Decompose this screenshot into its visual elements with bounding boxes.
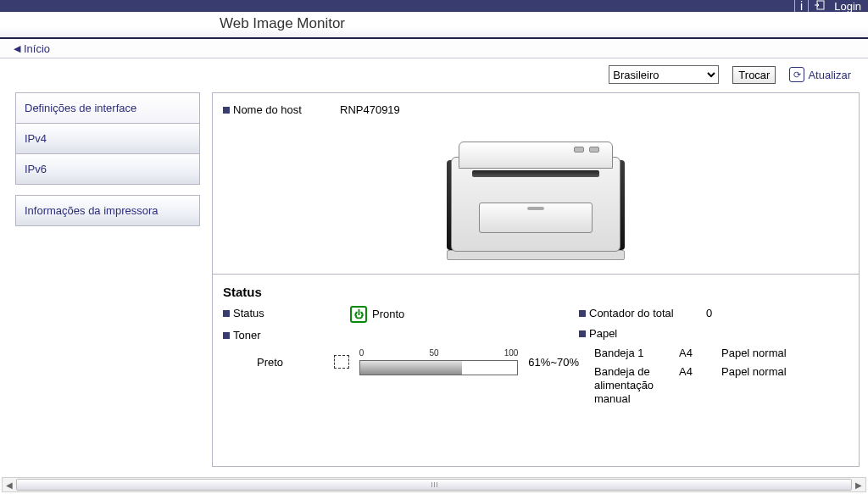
main-upper: Nome do host RNP470919 (213, 93, 859, 275)
breadcrumb-home[interactable]: Início (24, 42, 50, 55)
paper-row: Bandeja de alimentação manual A4 Papel n… (594, 365, 849, 406)
bullet-icon (223, 107, 230, 114)
printer-image (223, 116, 849, 269)
breadcrumb: ◀ Início (0, 39, 868, 58)
scroll-left-arrow-icon[interactable]: ◀ (3, 479, 16, 491)
header-bar: Web Image Monitor i Login (0, 0, 868, 39)
paper-type: Papel normal (721, 365, 787, 406)
host-row: Nome do host RNP470919 (223, 103, 849, 116)
counter-label: Contador do total (579, 306, 706, 321)
toner-fill (360, 361, 463, 375)
bullet-icon (579, 310, 586, 317)
scroll-track[interactable] (16, 479, 852, 491)
language-select[interactable]: Brasileiro (609, 65, 719, 84)
info-icon[interactable]: i (800, 0, 803, 12)
sidebar-item-ipv4[interactable]: IPv4 (16, 124, 199, 154)
paper-tray-name: Bandeja 1 (594, 347, 679, 360)
toner-bar (359, 360, 519, 375)
toner-scale: 0 50 100 (359, 348, 519, 375)
main-panel: Nome do host RNP470919 Status (212, 92, 860, 467)
host-value: RNP470919 (340, 103, 400, 116)
paper-row: Bandeja 1 A4 Papel normal (594, 347, 849, 360)
refresh-button[interactable]: ⟳ Atualizar (789, 67, 851, 82)
status-label: Status (223, 306, 350, 321)
horizontal-scrollbar[interactable]: ◀ ▶ (2, 477, 866, 492)
sidebar-group-printer: Informações da impressora (15, 195, 200, 226)
sidebar-item-interface-settings[interactable]: Definições de interface (16, 93, 199, 124)
bullet-icon (223, 310, 230, 317)
sidebar-item-printer-info[interactable]: Informações da impressora (16, 196, 199, 225)
paper-size: A4 (679, 365, 721, 406)
refresh-icon: ⟳ (789, 67, 804, 82)
swap-button[interactable]: Trocar (732, 66, 776, 84)
status-ok-icon: ⏻ (350, 306, 367, 323)
sidebar-item-ipv6[interactable]: IPv6 (16, 154, 199, 184)
refresh-label: Atualizar (808, 69, 851, 81)
bullet-icon (223, 332, 230, 339)
breadcrumb-marker-icon: ◀ (14, 43, 20, 54)
header-right: i Login (794, 0, 861, 12)
paper-type: Papel normal (721, 347, 787, 360)
toner-label: Toner (223, 328, 350, 343)
tool-row: Brasileiro Trocar ⟳ Atualizar (0, 58, 868, 87)
toner-level-text: 61%~70% (528, 356, 579, 369)
bullet-icon (579, 330, 586, 337)
scroll-thumb[interactable] (16, 479, 852, 491)
paper-label: Papel (579, 326, 706, 341)
paper-tray-name: Bandeja de alimentação manual (594, 365, 679, 406)
toner-name: Preto (257, 356, 324, 369)
host-label: Nome do host (223, 103, 333, 116)
toner-cartridge-icon (334, 355, 349, 369)
status-heading: Status (223, 285, 849, 299)
title-strip (0, 12, 868, 37)
paper-size: A4 (679, 347, 721, 360)
toner-block: Preto 0 50 100 (223, 348, 579, 375)
sidebar-group-interface: Definições de interface IPv4 IPv6 (15, 92, 200, 185)
status-value: ⏻ Pronto (350, 306, 579, 323)
counter-value: 0 (706, 306, 849, 321)
separator (808, 0, 809, 12)
sidebar: Definições de interface IPv4 IPv6 Inform… (15, 92, 200, 236)
status-section: Status Status ⏻ Pronto Toner (213, 275, 859, 423)
status-left: Status ⏻ Pronto Toner Preto (223, 306, 579, 411)
scroll-right-arrow-icon[interactable]: ▶ (852, 479, 865, 491)
separator (794, 0, 795, 12)
body: Definições de interface IPv4 IPv6 Inform… (0, 87, 868, 467)
login-link[interactable]: Login (831, 0, 861, 13)
app-title: Web Image Monitor (220, 15, 345, 32)
login-icon[interactable] (814, 0, 826, 13)
status-right: Contador do total 0 Papel Bandeja 1 A4 P… (579, 306, 849, 411)
